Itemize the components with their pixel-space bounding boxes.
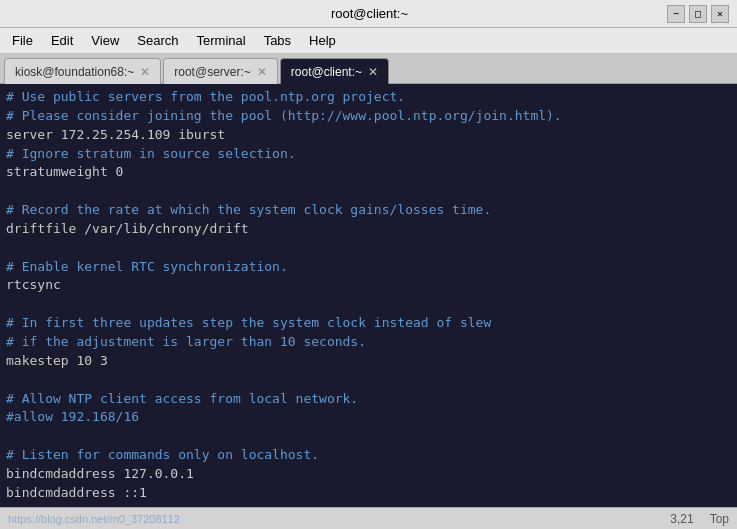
window-title: root@client:~ [72, 6, 667, 21]
terminal-line: rtcsync [6, 276, 731, 295]
tab-close-icon[interactable]: ✕ [257, 65, 267, 79]
terminal-line: server 172.25.254.109 iburst [6, 126, 731, 145]
tab-close-icon[interactable]: ✕ [140, 65, 150, 79]
tab-kiosk-foundation68--[interactable]: kiosk@foundation68:~✕ [4, 58, 161, 84]
tab-root-client--[interactable]: root@client:~✕ [280, 58, 389, 84]
terminal-line [6, 239, 731, 258]
terminal-line: # Allow NTP client access from local net… [6, 390, 731, 409]
terminal-line: #allow 192.168/16 [6, 408, 731, 427]
terminal-content[interactable]: # Use public servers from the pool.ntp.o… [0, 84, 737, 507]
terminal-line: # Enable kernel RTC synchronization. [6, 258, 731, 277]
terminal-line [6, 371, 731, 390]
terminal-line: bindcmdaddress ::1 [6, 484, 731, 503]
menu-item-view[interactable]: View [83, 30, 127, 51]
menubar: FileEditViewSearchTerminalTabsHelp [0, 28, 737, 54]
close-button[interactable]: ✕ [711, 5, 729, 23]
watermark: https://blog.csdn.net/m0_37208112 [8, 513, 180, 525]
tab-label: kiosk@foundation68:~ [15, 65, 134, 79]
menu-item-edit[interactable]: Edit [43, 30, 81, 51]
titlebar: root@client:~ − □ ✕ [0, 0, 737, 28]
tab-close-icon[interactable]: ✕ [368, 65, 378, 79]
tabbar: kiosk@foundation68:~✕root@server:~✕root@… [0, 54, 737, 84]
terminal-line: bindcmdaddress 127.0.0.1 [6, 465, 731, 484]
terminal-line: # Please consider joining the pool (http… [6, 107, 731, 126]
statusbar: https://blog.csdn.net/m0_37208112 3,21 T… [0, 507, 737, 529]
menu-item-help[interactable]: Help [301, 30, 344, 51]
menu-item-tabs[interactable]: Tabs [256, 30, 299, 51]
tab-label: root@client:~ [291, 65, 362, 79]
terminal-line [6, 427, 731, 446]
scroll-indicator: Top [710, 512, 729, 526]
terminal-line: # Use public servers from the pool.ntp.o… [6, 88, 731, 107]
cursor-position: 3,21 [670, 512, 693, 526]
terminal-line: # In first three updates step the system… [6, 314, 731, 333]
terminal-line [6, 295, 731, 314]
menu-item-file[interactable]: File [4, 30, 41, 51]
terminal-line: driftfile /var/lib/chrony/drift [6, 220, 731, 239]
terminal-line: makestep 10 3 [6, 352, 731, 371]
terminal-line: # if the adjustment is larger than 10 se… [6, 333, 731, 352]
terminal-line: stratumweight 0 [6, 163, 731, 182]
menu-item-search[interactable]: Search [129, 30, 186, 51]
menu-item-terminal[interactable]: Terminal [189, 30, 254, 51]
minimize-button[interactable]: − [667, 5, 685, 23]
terminal-line: # Listen for commands only on localhost. [6, 446, 731, 465]
tab-root-server--[interactable]: root@server:~✕ [163, 58, 278, 84]
terminal-line: # Ignore stratum in source selection. [6, 145, 731, 164]
window-controls: − □ ✕ [667, 5, 729, 23]
terminal-line: # Record the rate at which the system cl… [6, 201, 731, 220]
maximize-button[interactable]: □ [689, 5, 707, 23]
terminal-line [6, 182, 731, 201]
tab-label: root@server:~ [174, 65, 251, 79]
